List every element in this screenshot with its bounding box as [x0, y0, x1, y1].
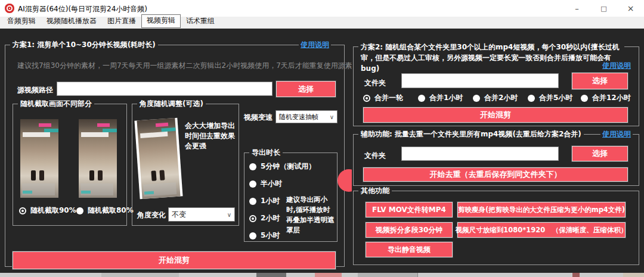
- radio-icon: [418, 95, 425, 102]
- radio-icon: [581, 95, 588, 102]
- assist-folder-label: 文件夹: [364, 151, 386, 161]
- radio-crop-90[interactable]: 随机截取90%: [19, 206, 76, 216]
- plan2-folder-input[interactable]: [401, 73, 559, 88]
- preview-thumbnail-tilted: [137, 119, 180, 198]
- taskbar[interactable]: [0, 273, 644, 277]
- tab-random-player[interactable]: 视频随机播放器: [41, 15, 102, 28]
- radio-icon: [363, 95, 370, 102]
- crop-group-legend: 随机截取画面不同部分: [18, 99, 94, 109]
- radio-merge-2h[interactable]: 合并2小时: [473, 93, 518, 103]
- split-video-30min-button[interactable]: 视频拆分多段30分钟: [366, 222, 453, 238]
- radio-icon: [473, 95, 480, 102]
- radio-duration-5min[interactable]: 5分钟（测试用）: [249, 161, 315, 172]
- duration-note: 建议导出两小时,循环播放时再叠加半透明遮罩层: [286, 195, 335, 235]
- angle-change-label: 角度变化: [137, 210, 166, 220]
- speed-select[interactable]: 随机变速抽帧 ∨: [275, 110, 338, 123]
- plan1-hint: 建议找7组30分钟的素材，一周7天每天用一组源素材二次剪辑出2小时视频使用，7天…: [17, 61, 360, 71]
- duration-group: 导出时长 5分钟（测试用） 半小时 1小时 2小时: [244, 152, 338, 242]
- plan2-folder-label: 文件夹: [364, 78, 386, 88]
- radio-crop-80[interactable]: 随机截取80%: [76, 206, 134, 216]
- radio-merge-1h[interactable]: 合并1小时: [418, 93, 463, 103]
- tab-bar: 音频剪辑 视频随机播放器 图片直播 视频剪辑 话术重组: [0, 17, 644, 29]
- window-titlebar: AI混剪器(64位)(每日可混剪24小时音频) – □ ×: [0, 0, 644, 17]
- angle-group-legend: 角度随机调整(可选): [137, 99, 206, 109]
- export-muted-video-button[interactable]: 导出静音视频: [366, 242, 453, 257]
- app-icon: [5, 4, 14, 13]
- source-path-input[interactable]: [57, 82, 273, 96]
- radio-icon: [249, 215, 256, 222]
- assist-choose-button[interactable]: 选择: [572, 146, 628, 161]
- assist-help-link[interactable]: 使用说明: [600, 129, 633, 139]
- radio-icon: [249, 180, 256, 188]
- speed-label: 视频变速: [244, 113, 273, 123]
- preview-thumbnail-1: [20, 119, 58, 198]
- radio-merge-one-round[interactable]: 合并一轮: [363, 93, 403, 103]
- flv-mov-to-mp4-button[interactable]: FLV MOV文件转MP4: [366, 202, 453, 217]
- minimize-button[interactable]: –: [564, 0, 590, 17]
- radio-duration-5h[interactable]: 5小时: [249, 231, 280, 241]
- plan2-legend: 方案2: 随机组合某个文件夹里30个以上的mp4短视频，每个30秒以内(擅长过机…: [358, 42, 624, 74]
- radio-duration-2h[interactable]: 2小时: [249, 213, 280, 223]
- chevron-down-icon: ∨: [330, 114, 334, 120]
- radio-icon: [249, 232, 256, 239]
- angle-change-select[interactable]: 不变 ∨: [168, 207, 235, 222]
- source-path-label: 源视频路径: [17, 85, 53, 95]
- plan2-start-button[interactable]: 开始混剪: [363, 107, 628, 123]
- radio-duration-half-hour[interactable]: 半小时: [249, 179, 282, 189]
- plan1-group: 方案1: 混剪单个10~30分钟长视频(耗时长) 使用说明 建议找7组30分钟的…: [5, 45, 345, 267]
- preview-thumbnail-2: [79, 119, 117, 198]
- plan1-legend: 方案1: 混剪单个10~30分钟长视频(耗时长): [10, 40, 158, 50]
- chevron-down-icon: ∨: [227, 211, 231, 218]
- angle-group: 角度随机调整(可选) 会大大增加导出时间但去重效果会更强 角度变化 不变 ∨: [132, 104, 239, 226]
- main-content: 方案1: 混剪单个10~30分钟长视频(耗时长) 使用说明 建议找7组30分钟的…: [0, 29, 644, 273]
- tab-script-remix[interactable]: 话术重组: [181, 15, 220, 28]
- angle-note: 会大大增加导出时间但去重效果会更强: [185, 121, 237, 151]
- plan2-help-link[interactable]: 使用说明: [600, 61, 633, 71]
- radio-merge-12h[interactable]: 合并12小时: [581, 93, 631, 103]
- tab-image-live[interactable]: 图片直播: [102, 15, 141, 28]
- plan2-choose-button[interactable]: 选择: [572, 73, 628, 89]
- close-button[interactable]: ×: [617, 0, 644, 17]
- assist-legend: 辅助功能: 批量去重一个文件夹里所有mp4视频(去重后给方案2合并): [358, 129, 584, 139]
- app-window: AI混剪器(64位)(每日可混剪24小时音频) – □ × 音频剪辑 视频随机播…: [0, 0, 644, 277]
- radio-icon: [19, 207, 26, 214]
- radio-icon: [76, 207, 83, 214]
- radio-icon: [528, 95, 535, 102]
- maximize-button[interactable]: □: [590, 0, 617, 17]
- radio-icon: [249, 198, 256, 205]
- assist-folder-input[interactable]: [401, 147, 559, 161]
- others-group: 其他功能 FLV MOV文件转MP4 剪映瘦身(把剪映导出的大文件压缩为更小的m…: [353, 191, 639, 265]
- plan1-start-button[interactable]: 开始混剪: [13, 251, 336, 269]
- radio-duration-1h[interactable]: 1小时: [249, 196, 280, 206]
- assist-group: 辅助功能: 批量去重一个文件夹里所有mp4视频(去重后给方案2合并) 使用说明 …: [353, 134, 639, 186]
- plan1-help-link[interactable]: 使用说明: [299, 40, 331, 50]
- crop-group: 随机截取画面不同部分 随机截取90% 随机截取80%: [13, 104, 127, 226]
- radio-merge-5h[interactable]: 合并5小时: [528, 93, 572, 103]
- resize-1080x1920-button[interactable]: 视频尺寸放缩到1080*1920 （保清晰度、压缩体积）: [457, 222, 626, 238]
- radio-icon: [249, 163, 256, 170]
- duration-group-legend: 导出时长: [249, 148, 283, 158]
- plan1-choose-button[interactable]: 选择: [276, 81, 336, 97]
- plan2-group: 方案2: 随机组合某个文件夹里30个以上的mp4短视频，每个30秒以内(擅长过机…: [353, 46, 639, 126]
- tab-audio-edit[interactable]: 音频剪辑: [2, 15, 41, 28]
- tab-video-edit[interactable]: 视频剪辑: [141, 14, 181, 28]
- window-title: AI混剪器(64位)(每日可混剪24小时音频): [18, 4, 147, 14]
- others-legend: 其他功能: [358, 186, 392, 196]
- assist-start-button[interactable]: 开始去重（去重后保存到同文件夹下）: [363, 167, 628, 182]
- jianying-shrink-button[interactable]: 剪映瘦身(把剪映导出的大文件压缩为更小的mp4文件): [457, 202, 626, 217]
